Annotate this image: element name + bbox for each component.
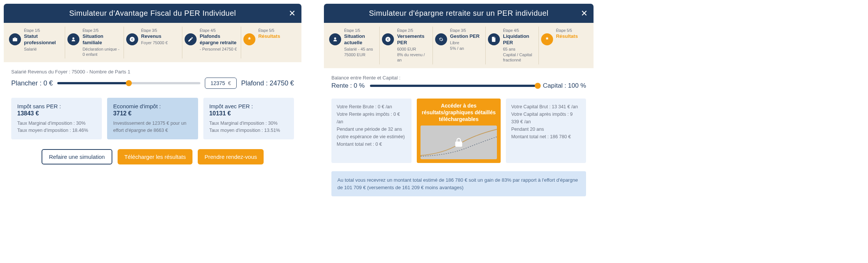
rente-label: Rente : 0 % bbox=[331, 82, 365, 90]
unlock-detailed-results-cta[interactable]: Accéder à des résultats/graphiques détai… bbox=[417, 99, 501, 163]
preview-chart bbox=[421, 126, 497, 159]
investment-value-input[interactable]: 12375 € bbox=[205, 78, 237, 89]
users-icon bbox=[67, 33, 79, 45]
close-icon[interactable]: ✕ bbox=[289, 9, 296, 18]
slider-min-label: Plancher : 0 € bbox=[11, 79, 53, 87]
document-icon bbox=[488, 33, 500, 45]
briefcase-icon bbox=[9, 33, 21, 45]
panel-title: Simulateur d'Avantage Fiscal du PER Indi… bbox=[69, 9, 236, 18]
step-2[interactable]: € Étape 2/5 Versements PER 6000 EUR 8% d… bbox=[379, 27, 431, 64]
step-3[interactable]: Étape 3/5 Gestion PER Libre 5% / an bbox=[433, 27, 485, 64]
step-1[interactable]: Étape 1/5 Situation actuelle Salarié - 4… bbox=[327, 27, 379, 64]
panel-header: Simulateur d'épargne retraite sur un PER… bbox=[324, 4, 594, 23]
trophy-icon bbox=[541, 33, 553, 45]
step-4[interactable]: Étape 4/5 Plafonds épargne retraite - Pe… bbox=[182, 27, 240, 58]
card-tax-saving: Economie d'impôt : 3712 € Investissement… bbox=[107, 98, 198, 139]
slider-thumb[interactable] bbox=[535, 83, 541, 89]
balance-label: Balance entre Rente et Capital : bbox=[331, 75, 586, 81]
balance-slider[interactable] bbox=[370, 85, 538, 87]
stepper: Étape 1/5 Statut professionnel Salarié É… bbox=[4, 23, 301, 62]
user-icon bbox=[329, 33, 341, 45]
panel-title: Simulateur d'épargne retraite sur un PER… bbox=[369, 9, 549, 18]
rente-result-box: Votre Rente Brute : 0 € /an Votre Rente … bbox=[331, 99, 412, 163]
lock-icon bbox=[421, 126, 497, 159]
step-4[interactable]: Étape 4/5 Liquidation PER 65 ans Capital… bbox=[485, 27, 537, 64]
summary-line: Salarié Revenus du Foyer : 75000 - Nombr… bbox=[11, 69, 294, 75]
retirement-simulator-panel: Simulateur d'épargne retraite sur un PER… bbox=[324, 4, 594, 204]
slider-max-label: Plafond : 24750 € bbox=[241, 79, 294, 87]
close-icon[interactable]: ✕ bbox=[581, 9, 588, 18]
pencil-icon bbox=[185, 33, 197, 45]
trophy-icon bbox=[243, 33, 255, 45]
step-1[interactable]: Étape 1/5 Statut professionnel Salarié bbox=[7, 27, 64, 58]
step-sub: Salarié bbox=[24, 46, 62, 52]
panel-header: Simulateur d'Avantage Fiscal du PER Indi… bbox=[4, 4, 301, 23]
card-tax-without-per: Impôt sans PER : 13843 € Taux Marginal d… bbox=[11, 98, 102, 139]
slider-thumb[interactable] bbox=[126, 80, 132, 86]
step-3[interactable]: € Étape 3/5 Revenus Foyer 75000 € bbox=[124, 27, 181, 58]
step-2[interactable]: Étape 2/5 Situation familiale Déclaratio… bbox=[65, 27, 122, 58]
euro-icon: € bbox=[126, 33, 138, 45]
summary-banner: Au total vous recevrez un montant total … bbox=[331, 171, 586, 196]
step-num: Étape 1/5 bbox=[24, 28, 62, 33]
appointment-button[interactable]: Prendre rendez-vous bbox=[198, 149, 264, 164]
stepper: Étape 1/5 Situation actuelle Salarié - 4… bbox=[324, 23, 594, 68]
fiscal-simulator-panel: Simulateur d'Avantage Fiscal du PER Indi… bbox=[4, 4, 301, 204]
download-results-button[interactable]: Télécharger les résultats bbox=[118, 149, 192, 164]
capital-result-box: Votre Capital Brut : 13 341 € /an Votre … bbox=[506, 99, 586, 163]
step-5-results[interactable]: Étape 5/5 Résultats bbox=[538, 27, 591, 64]
svg-text:€: € bbox=[131, 37, 133, 41]
step-title: Statut professionnel bbox=[24, 33, 62, 46]
investment-slider[interactable] bbox=[57, 82, 200, 84]
gear-icon bbox=[435, 33, 447, 45]
card-tax-with-per: Impôt avec PER : 10131 € Taux Marginal d… bbox=[203, 98, 294, 139]
svg-text:€: € bbox=[387, 37, 389, 41]
capital-label: Capital : 100 % bbox=[543, 82, 586, 90]
euro-icon: € bbox=[382, 33, 394, 45]
redo-button[interactable]: Refaire une simulation bbox=[42, 149, 112, 164]
step-5-results[interactable]: Étape 5/5 Résultats bbox=[241, 27, 298, 58]
